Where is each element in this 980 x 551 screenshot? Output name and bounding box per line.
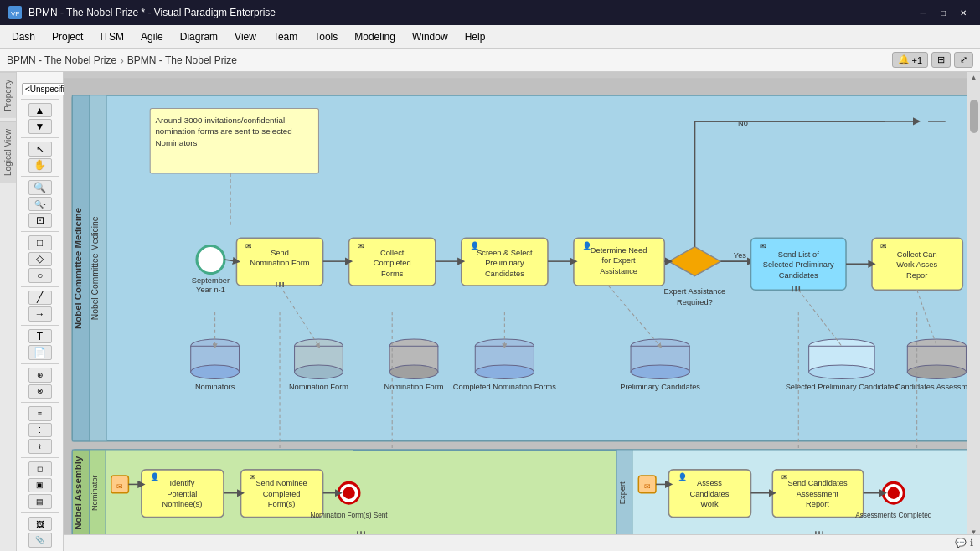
svg-text:Year n-1: Year n-1	[196, 286, 225, 294]
menu-diagram[interactable]: Diagram	[172, 28, 226, 46]
tool-text[interactable]: T	[28, 329, 52, 344]
tool-line[interactable]: ╱	[28, 291, 52, 306]
breadcrumb-separator: ›	[120, 54, 124, 67]
scroll-up-arrow[interactable]: ▲	[969, 72, 979, 83]
tool-arrow[interactable]: →	[28, 306, 52, 322]
tool-extra5[interactable]: ▣	[28, 478, 52, 493]
tool-extra2[interactable]: ⋮	[28, 423, 52, 438]
window-controls: ─ □ ✕	[915, 6, 972, 19]
svg-text:No: No	[738, 119, 748, 127]
minimize-button[interactable]: ─	[915, 6, 931, 19]
zoom-out[interactable]: 🔍-	[28, 197, 52, 212]
breadcrumb: BPMN - The Nobel Prize › BPMN - The Nobe…	[0, 49, 980, 72]
tool-extra8[interactable]: 📎	[28, 533, 52, 548]
toolbar: <Unspecified> ▾ 🔍 ▲ ▼ ↖ ✋ 🔍 🔍- ⊡ □ ◇ ○ ╱…	[17, 72, 64, 551]
titlebar: VP BPMN - The Nobel Prize * - Visual Par…	[0, 0, 980, 25]
logical-view-tab[interactable]: Logical View	[0, 121, 16, 183]
close-button[interactable]: ✕	[955, 6, 972, 19]
svg-text:Forms: Forms	[381, 270, 404, 278]
svg-text:Completed: Completed	[374, 259, 411, 267]
app-icon: VP	[8, 6, 22, 19]
svg-text:Nomination Form: Nomination Form	[250, 259, 309, 267]
svg-point-67	[191, 365, 240, 379]
svg-text:Work: Work	[700, 500, 719, 508]
svg-text:Nomination Form: Nomination Form	[289, 383, 348, 391]
svg-text:Nomination Form(s) Sent: Nomination Form(s) Sent	[311, 512, 389, 519]
menu-dash[interactable]: Dash	[3, 28, 44, 46]
svg-text:Candidates: Candidates	[779, 271, 818, 280]
svg-point-120	[343, 487, 354, 499]
svg-text:Nomination Form: Nomination Form	[384, 383, 443, 391]
fit-page[interactable]: ⊡	[28, 213, 52, 228]
menu-modeling[interactable]: Modeling	[346, 28, 404, 46]
svg-text:Nominator: Nominator	[90, 475, 99, 511]
svg-point-11	[197, 246, 224, 274]
svg-text:VP: VP	[11, 10, 20, 18]
svg-text:Nobel Committee Medicine: Nobel Committee Medicine	[73, 208, 83, 329]
zoom-in[interactable]: 🔍	[28, 180, 52, 195]
svg-text:Assistance: Assistance	[600, 267, 637, 276]
svg-text:Selected Preliminary Candidate: Selected Preliminary Candidates	[786, 383, 899, 391]
tool-extra3[interactable]: ≀	[28, 439, 52, 454]
tool-rectangle[interactable]: □	[28, 235, 52, 250]
menu-project[interactable]: Project	[44, 28, 91, 46]
svg-text:Candidates: Candidates	[485, 270, 524, 278]
svg-text:Selected Preliminary: Selected Preliminary	[763, 260, 834, 269]
breadcrumb-item-1[interactable]: BPMN - The Nobel Prize	[7, 54, 116, 66]
menu-help[interactable]: Help	[456, 28, 494, 46]
tool-extra6[interactable]: ▤	[28, 494, 52, 509]
menu-tools[interactable]: Tools	[306, 28, 346, 46]
svg-text:for Expert: for Expert	[602, 256, 637, 265]
breadcrumb-item-2[interactable]: BPMN - The Nobel Prize	[127, 54, 237, 66]
svg-text:Nominators: Nominators	[155, 138, 197, 147]
tool-extra1[interactable]: ≡	[28, 406, 52, 421]
window-title: BPMN - The Nobel Prize * - Visual Paradi…	[28, 7, 276, 18]
expand-button[interactable]: ⤢	[954, 52, 973, 68]
svg-text:Work Asses: Work Asses	[896, 260, 937, 269]
svg-text:Preliminary Candidates: Preliminary Candidates	[620, 383, 700, 391]
left-panel: Property Logical View	[0, 72, 17, 551]
svg-text:Potential: Potential	[167, 490, 197, 498]
svg-point-72	[295, 365, 343, 379]
svg-text:nomination forms are sent to s: nomination forms are sent to selected	[155, 126, 291, 136]
nav-up-button[interactable]: ▲	[28, 103, 52, 118]
maximize-button[interactable]: □	[935, 6, 952, 19]
svg-point-77	[389, 365, 438, 379]
menu-window[interactable]: Window	[404, 28, 456, 46]
property-tab[interactable]: Property	[0, 72, 16, 118]
nav-down-button[interactable]: ▼	[28, 119, 52, 134]
svg-text:Assess: Assess	[697, 479, 722, 487]
tool-select[interactable]: ↖	[28, 142, 52, 157]
tool-extra7[interactable]: 🖼	[28, 517, 52, 532]
svg-text:✉: ✉	[880, 242, 887, 250]
svg-text:Required?: Required?	[677, 298, 713, 306]
svg-text:✉: ✉	[644, 482, 651, 491]
svg-text:Around 3000 invitations/confid: Around 3000 invitations/confidential	[155, 116, 285, 125]
chat-icon[interactable]: 💬	[955, 538, 967, 548]
menu-agile[interactable]: Agile	[132, 28, 172, 46]
scroll-thumb-vertical[interactable]	[970, 100, 978, 133]
notify-button[interactable]: 🔔 +1	[892, 52, 928, 68]
svg-text:👤: 👤	[678, 472, 688, 482]
svg-text:Assessment: Assessment	[797, 490, 839, 498]
tool-circle[interactable]: ○	[28, 268, 52, 283]
tool-diamond[interactable]: ◇	[28, 252, 52, 267]
menu-view[interactable]: View	[226, 28, 265, 46]
svg-text:Completed: Completed	[263, 490, 301, 498]
svg-text:Identify: Identify	[169, 479, 194, 487]
menubar: Dash Project ITSM Agile Diagram View Tea…	[0, 25, 980, 49]
menu-itsm[interactable]: ITSM	[91, 28, 132, 46]
menu-team[interactable]: Team	[265, 28, 306, 46]
svg-point-86	[631, 365, 689, 379]
svg-text:✉: ✉	[245, 242, 252, 250]
tool-conn-or[interactable]: ⊕	[28, 368, 52, 383]
tool-extra4[interactable]: ◻	[28, 461, 52, 476]
tool-note[interactable]: 📄	[28, 345, 52, 360]
canvas-area[interactable]: Nobel Committee Medicine Around 3000 inv…	[64, 72, 980, 551]
vertical-scrollbar[interactable]: ▲ ▼	[967, 72, 980, 538]
svg-text:✉: ✉	[116, 482, 123, 491]
info-icon[interactable]: ℹ	[970, 538, 973, 548]
tool-conn-x[interactable]: ⊗	[28, 384, 52, 399]
layout-button[interactable]: ⊞	[931, 52, 951, 68]
tool-pan[interactable]: ✋	[28, 158, 52, 173]
